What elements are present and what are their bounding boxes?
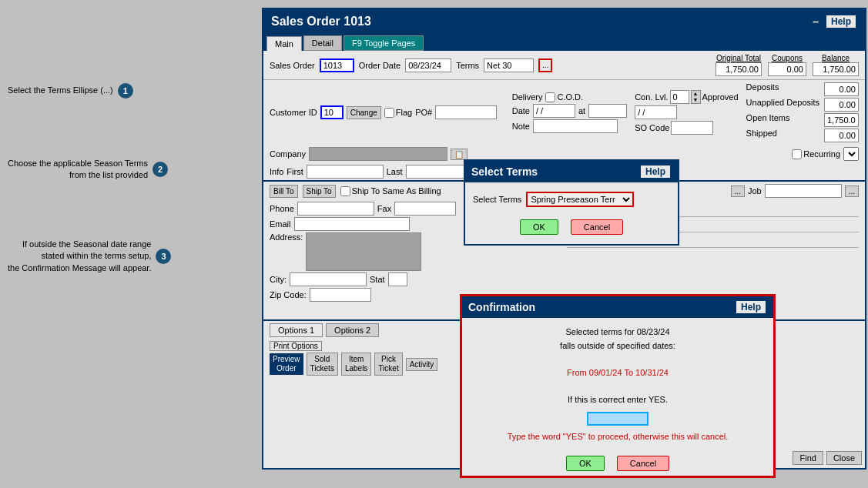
customer-id-label: Customer ID	[270, 108, 317, 117]
select-terms-label: Select Terms	[473, 195, 521, 204]
preview-order-button[interactable]: PreviewOrder	[270, 353, 303, 375]
annotation-1-text: Select the Terms Ellipse (...)	[8, 85, 113, 96]
ship-same-label[interactable]: Ship To Same As Billing	[340, 186, 441, 196]
tab-detail[interactable]: Detail	[303, 35, 342, 51]
city-input[interactable]	[290, 272, 367, 286]
confirmation-yes-input[interactable]	[587, 412, 648, 426]
phone-input[interactable]	[297, 202, 374, 216]
ship-to-button[interactable]: Ship To	[303, 185, 336, 198]
date-label: Date	[512, 106, 530, 115]
cod-checkbox-label[interactable]: C.O.D.	[545, 92, 583, 102]
sold-tickets-button[interactable]: SoldTickets	[307, 353, 338, 376]
note-label: Note	[512, 122, 530, 131]
flag-checkbox-label[interactable]: Flag	[384, 108, 412, 118]
confirmation-help-button[interactable]: Help	[735, 299, 767, 315]
deposits-label: Deposits	[746, 82, 779, 96]
tab-main[interactable]: Main	[266, 36, 302, 51]
po-input[interactable]	[435, 105, 497, 119]
tab-f9[interactable]: F9 Toggle Pages	[344, 35, 424, 51]
annotation-badge-2: 2	[152, 162, 168, 177]
delivery-label2: Delivery	[512, 92, 543, 102]
company-label: Company	[270, 149, 306, 159]
find-button[interactable]: Find	[793, 451, 823, 465]
phone-label: Phone	[270, 204, 294, 213]
order-date-label: Order Date	[359, 61, 400, 70]
note-input[interactable]	[533, 119, 618, 133]
title-help-button[interactable]: Help	[825, 14, 857, 29]
recurring-label: Recurring	[803, 149, 840, 159]
annotation-2-text: Choose the applicable Season Terms from …	[8, 158, 148, 182]
deposits-value	[824, 82, 859, 96]
activity-button[interactable]: Activity	[406, 358, 438, 371]
select-terms-dropdown[interactable]: Spring Preseason Terr	[526, 192, 634, 207]
company-copy-button[interactable]: 📋	[451, 149, 468, 160]
so-code-input[interactable]	[671, 121, 713, 135]
shipped-value	[824, 129, 859, 142]
state-input[interactable]	[388, 272, 407, 286]
con-lv-up[interactable]: ▲	[692, 91, 700, 97]
original-total-value	[716, 62, 762, 76]
coupons-value	[768, 62, 806, 76]
annotation-3: If outside the Seasonal date range state…	[8, 239, 171, 274]
confirmation-title-bar: Confirmation Help	[462, 296, 773, 318]
sales-order-input[interactable]	[320, 58, 354, 72]
fax-input[interactable]	[394, 202, 456, 216]
email-input[interactable]	[294, 217, 410, 231]
delivery-date-input[interactable]	[533, 104, 575, 118]
options-2-tab[interactable]: Options 2	[326, 323, 379, 337]
annotation-badge-1: 1	[118, 83, 133, 99]
customer-id-input[interactable]	[320, 105, 344, 119]
recurring-dropdown[interactable]: ▼	[843, 147, 859, 161]
bill-to-button[interactable]: Bill To	[270, 185, 298, 198]
recurring-checkbox[interactable]	[792, 149, 802, 159]
select-terms-cancel-button[interactable]: Cancel	[571, 219, 623, 235]
po-label: PO#	[415, 108, 432, 117]
last-label: Last	[387, 167, 403, 176]
con-lv-down[interactable]: ▼	[692, 97, 700, 103]
address-label: Address:	[270, 232, 303, 242]
select-terms-dialog: Select Terms Help Select Terms Spring Pr…	[464, 159, 679, 246]
con-lv-input[interactable]	[670, 90, 689, 104]
recurring-checkbox-label[interactable]: Recurring	[792, 149, 840, 159]
company-input[interactable]	[309, 147, 447, 161]
options-1-tab[interactable]: Options 1	[270, 323, 323, 337]
cod-label: C.O.D.	[557, 92, 583, 102]
change-button[interactable]: Change	[347, 106, 381, 119]
balance-value	[813, 62, 859, 76]
terms-ellipsis-button[interactable]: ...	[538, 58, 552, 72]
minimize-button[interactable]: –	[813, 15, 819, 28]
open-items-label: Open Items	[746, 113, 790, 127]
print-options-label: Print Options	[270, 341, 322, 351]
flag-checkbox[interactable]	[384, 108, 394, 118]
select-terms-help-button[interactable]: Help	[639, 164, 672, 179]
first-input[interactable]	[307, 165, 384, 179]
at-label: at	[578, 106, 585, 115]
close-button[interactable]: Close	[826, 451, 862, 465]
main-window: Sales Order 1013 – Help Main Detail F9 T…	[262, 8, 866, 470]
select-terms-ok-button[interactable]: OK	[520, 219, 558, 235]
confirmation-cancel-button[interactable]: Cancel	[617, 456, 669, 471]
terms-input[interactable]	[484, 58, 534, 72]
window-title: Sales Order 1013	[271, 15, 371, 28]
annotation-1: Select the Terms Ellipse (...) 1	[8, 83, 133, 99]
confirmation-ok-button[interactable]: OK	[566, 456, 605, 471]
terms-label: Terms	[456, 61, 479, 70]
job-ellipsis-left[interactable]: ...	[731, 186, 745, 197]
zip-input[interactable]	[310, 288, 371, 302]
job-ellipsis-right[interactable]: ...	[845, 186, 859, 197]
pick-ticket-button[interactable]: PickTicket	[374, 353, 402, 376]
ship-same-checkbox[interactable]	[340, 186, 350, 196]
cod-checkbox[interactable]	[545, 92, 555, 102]
order-date-input[interactable]	[405, 58, 451, 72]
delivery-time-input[interactable]	[588, 104, 627, 118]
confirmation-line2: falls outside of specified dates:	[478, 339, 758, 353]
sales-order-label: Sales Order	[270, 61, 315, 70]
annotation-3-text: If outside the Seasonal date range state…	[8, 239, 151, 274]
open-items-value	[824, 113, 859, 127]
select-terms-title: Select Terms	[471, 165, 538, 178]
select-terms-title-bar: Select Terms Help	[465, 161, 678, 182]
job-input[interactable]	[765, 184, 842, 198]
approved-date-input[interactable]	[635, 105, 677, 119]
item-labels-button[interactable]: ItemLabels	[341, 353, 371, 376]
title-bar: Sales Order 1013 – Help	[263, 9, 865, 34]
